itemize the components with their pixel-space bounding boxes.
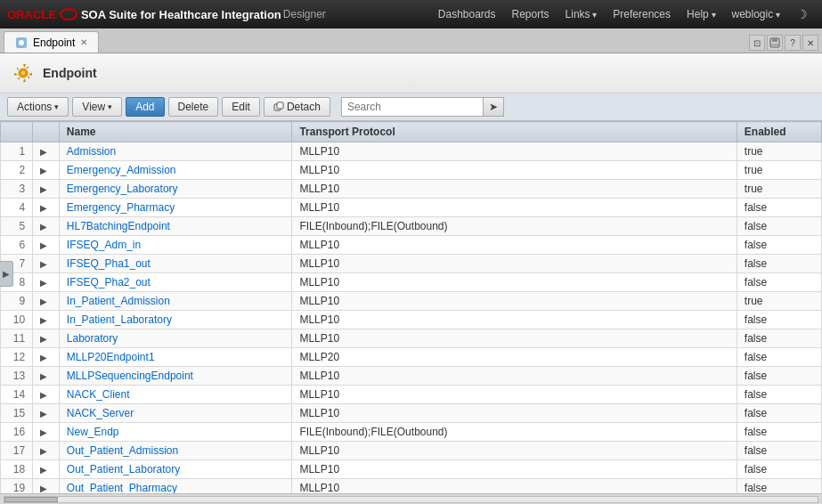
- nav-preferences[interactable]: Preferences: [606, 4, 678, 24]
- row-name-link[interactable]: Out_Patient_Laboratory: [67, 463, 180, 476]
- row-name[interactable]: IFSEQ_Pha2_out: [59, 273, 292, 292]
- row-expand[interactable]: ▶: [33, 180, 60, 199]
- row-expand[interactable]: ▶: [33, 479, 60, 494]
- tab-close-btn[interactable]: ✕: [80, 37, 87, 47]
- table-row[interactable]: 13▶MLLPSequencingEndpointMLLP10false: [1, 367, 822, 386]
- table-row[interactable]: 19▶Out_Patient_PharmacyMLLP10false: [1, 479, 822, 494]
- row-name[interactable]: Out_Patient_Laboratory: [59, 460, 292, 479]
- row-name-link[interactable]: In_Patient_Admission: [67, 295, 170, 307]
- row-name-link[interactable]: In_Patient_Laboratory: [67, 313, 172, 326]
- table-wrapper[interactable]: Name Transport Protocol Enabled 1▶Admiss…: [0, 121, 822, 493]
- detach-button[interactable]: Detach: [264, 97, 330, 117]
- search-input[interactable]: [341, 97, 484, 117]
- table-row[interactable]: 11▶LaboratoryMLLP10false: [1, 329, 822, 348]
- row-name-link[interactable]: NACK_Client: [67, 388, 130, 401]
- row-name-link[interactable]: Out_Patient_Pharmacy: [67, 482, 177, 493]
- row-expand[interactable]: ▶: [33, 367, 60, 386]
- table-row[interactable]: 2▶Emergency_AdmissionMLLP10true: [1, 161, 822, 180]
- table-row[interactable]: 10▶In_Patient_LaboratoryMLLP10false: [1, 311, 822, 329]
- table-row[interactable]: 14▶NACK_ClientMLLP10false: [1, 386, 822, 404]
- col-header-name[interactable]: Name: [59, 122, 292, 142]
- row-name-link[interactable]: Laboratory: [67, 332, 118, 345]
- row-expand[interactable]: ▶: [33, 142, 60, 161]
- row-expand[interactable]: ▶: [33, 348, 60, 367]
- delete-button[interactable]: Delete: [168, 97, 219, 117]
- col-header-enabled[interactable]: Enabled: [737, 122, 821, 142]
- row-name-link[interactable]: New_Endp: [67, 426, 119, 438]
- row-name[interactable]: NACK_Server: [59, 404, 292, 423]
- row-name-link[interactable]: MLLP20Endpoint1: [67, 351, 155, 363]
- row-name[interactable]: Emergency_Admission: [59, 161, 292, 180]
- row-name[interactable]: MLLPSequencingEndpoint: [59, 367, 292, 386]
- row-expand[interactable]: ▶: [33, 255, 60, 273]
- row-name[interactable]: Out_Patient_Admission: [59, 442, 292, 460]
- add-button[interactable]: Add: [126, 97, 164, 117]
- table-row[interactable]: 15▶NACK_ServerMLLP10false: [1, 404, 822, 423]
- nav-links[interactable]: Links: [558, 4, 605, 24]
- table-row[interactable]: 5▶HL7BatchingEndpointFILE(Inbound);FILE(…: [1, 217, 822, 236]
- table-row[interactable]: 17▶Out_Patient_AdmissionMLLP10false: [1, 442, 822, 460]
- row-name-link[interactable]: Out_Patient_Admission: [67, 444, 178, 457]
- row-expand[interactable]: ▶: [33, 311, 60, 329]
- nav-help[interactable]: Help: [680, 4, 722, 24]
- table-row[interactable]: 4▶Emergency_PharmacyMLLP10false: [1, 199, 822, 217]
- help-btn[interactable]: ?: [785, 35, 801, 51]
- row-expand[interactable]: ▶: [33, 161, 60, 180]
- edit-button[interactable]: Edit: [222, 97, 260, 117]
- row-name[interactable]: NACK_Client: [59, 386, 292, 404]
- row-name[interactable]: Emergency_Laboratory: [59, 180, 292, 199]
- row-name-link[interactable]: IFSEQ_Pha2_out: [67, 276, 151, 289]
- row-name-link[interactable]: Admission: [67, 145, 116, 158]
- search-button[interactable]: ➤: [484, 97, 504, 117]
- table-row[interactable]: 3▶Emergency_LaboratoryMLLP10true: [1, 180, 822, 199]
- close-btn[interactable]: ✕: [802, 35, 818, 51]
- table-row[interactable]: 6▶IFSEQ_Adm_inMLLP10false: [1, 236, 822, 255]
- scroll-track[interactable]: [4, 496, 818, 503]
- table-row[interactable]: 7▶IFSEQ_Pha1_outMLLP10false: [1, 255, 822, 273]
- table-row[interactable]: 12▶MLLP20Endpoint1MLLP20false: [1, 348, 822, 367]
- endpoint-tab[interactable]: Endpoint ✕: [4, 31, 99, 53]
- row-name[interactable]: MLLP20Endpoint1: [59, 348, 292, 367]
- restore-btn[interactable]: ⊡: [749, 35, 765, 51]
- row-expand[interactable]: ▶: [33, 386, 60, 404]
- row-expand[interactable]: ▶: [33, 292, 60, 311]
- row-expand[interactable]: ▶: [33, 442, 60, 460]
- row-name[interactable]: Out_Patient_Pharmacy: [59, 479, 292, 494]
- row-name-link[interactable]: Emergency_Laboratory: [67, 183, 178, 195]
- bottom-scrollbar[interactable]: [0, 493, 822, 504]
- moon-icon[interactable]: ☽: [789, 4, 815, 25]
- nav-dashboards[interactable]: Dashboards: [431, 4, 503, 24]
- row-expand[interactable]: ▶: [33, 460, 60, 479]
- row-name[interactable]: New_Endp: [59, 423, 292, 442]
- view-button[interactable]: View ▾: [72, 97, 122, 117]
- row-expand[interactable]: ▶: [33, 199, 60, 217]
- row-expand[interactable]: ▶: [33, 404, 60, 423]
- row-expand[interactable]: ▶: [33, 217, 60, 236]
- row-name-link[interactable]: MLLPSequencingEndpoint: [67, 370, 193, 382]
- scroll-thumb[interactable]: [4, 497, 58, 502]
- row-name[interactable]: IFSEQ_Adm_in: [59, 236, 292, 255]
- row-expand[interactable]: ▶: [33, 329, 60, 348]
- actions-button[interactable]: Actions ▾: [7, 97, 69, 117]
- row-name[interactable]: Admission: [59, 142, 292, 161]
- row-expand[interactable]: ▶: [33, 236, 60, 255]
- row-name[interactable]: Laboratory: [59, 329, 292, 348]
- row-name[interactable]: In_Patient_Admission: [59, 292, 292, 311]
- table-row[interactable]: 18▶Out_Patient_LaboratoryMLLP10false: [1, 460, 822, 479]
- row-expand[interactable]: ▶: [33, 273, 60, 292]
- row-expand[interactable]: ▶: [33, 423, 60, 442]
- table-row[interactable]: 9▶In_Patient_AdmissionMLLP10true: [1, 292, 822, 311]
- row-name[interactable]: In_Patient_Laboratory: [59, 311, 292, 329]
- row-name-link[interactable]: IFSEQ_Adm_in: [67, 239, 141, 251]
- row-name[interactable]: IFSEQ_Pha1_out: [59, 255, 292, 273]
- row-name-link[interactable]: Emergency_Admission: [67, 164, 176, 176]
- table-row[interactable]: 16▶New_EndpFILE(Inbound);FILE(Outbound)f…: [1, 423, 822, 442]
- row-name-link[interactable]: HL7BatchingEndpoint: [67, 220, 170, 232]
- save-btn[interactable]: [767, 35, 783, 51]
- table-row[interactable]: 1▶AdmissionMLLP10true: [1, 142, 822, 161]
- side-expand-arrow[interactable]: ▶: [0, 261, 13, 287]
- row-name[interactable]: Emergency_Pharmacy: [59, 199, 292, 217]
- nav-user[interactable]: weblogic: [725, 4, 787, 24]
- col-header-transport[interactable]: Transport Protocol: [292, 122, 737, 142]
- row-name-link[interactable]: Emergency_Pharmacy: [67, 201, 175, 214]
